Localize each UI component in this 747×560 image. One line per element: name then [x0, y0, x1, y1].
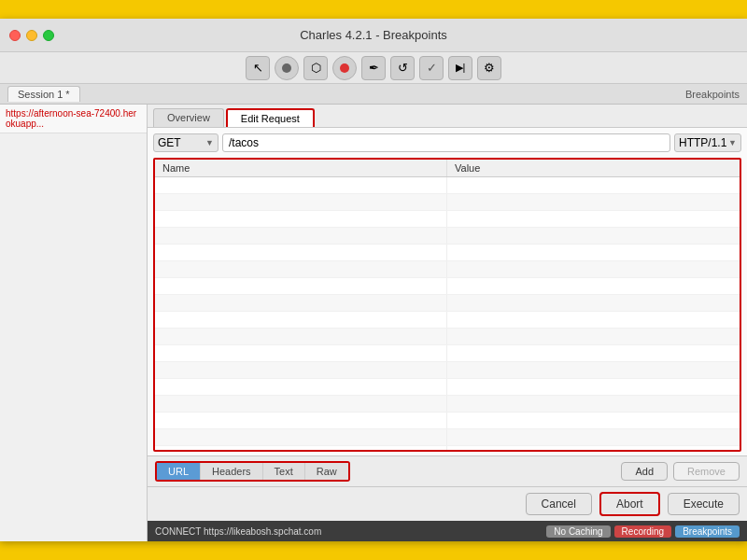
- close-button[interactable]: [9, 30, 21, 41]
- table-row[interactable]: [155, 429, 740, 446]
- view-tabs: URL Headers Text Raw: [155, 461, 350, 482]
- window-title: Charles 4.2.1 - Breakpoints: [300, 28, 447, 42]
- cancel-button[interactable]: Cancel: [526, 493, 592, 515]
- breakpoints-badge[interactable]: Breakpoints: [675, 525, 740, 538]
- table-row[interactable]: [155, 362, 740, 379]
- right-panel: Overview Edit Request GET ▼: [148, 105, 747, 541]
- bottom-toolbar: URL Headers Text Raw Add: [148, 455, 747, 486]
- maximize-button[interactable]: [43, 30, 54, 41]
- table-row[interactable]: [155, 329, 740, 345]
- table-row[interactable]: [155, 245, 740, 261]
- method-select[interactable]: GET ▼: [153, 133, 218, 152]
- status-bar: CONNECT https://likeabosh.spchat.com No …: [148, 521, 747, 541]
- method-arrow-icon: ▼: [205, 138, 214, 147]
- validate-button[interactable]: ✓: [419, 56, 444, 80]
- add-button[interactable]: Add: [621, 462, 668, 481]
- url-bar: GET ▼ HTTP/1.1 ▼: [153, 133, 741, 152]
- table-row[interactable]: [155, 211, 740, 228]
- compose-button[interactable]: ✒: [361, 56, 386, 80]
- execute-button[interactable]: Execute: [668, 493, 740, 515]
- action-buttons-row: Cancel Abort Execute: [148, 486, 747, 521]
- settings-button[interactable]: ⚙: [477, 56, 501, 80]
- url-input[interactable]: [222, 133, 670, 152]
- no-caching-badge[interactable]: No Caching: [546, 525, 610, 538]
- breakpoints-label: Breakpoints: [685, 89, 740, 100]
- headers-table: Name Value: [153, 158, 741, 452]
- tab-text[interactable]: Text: [263, 463, 305, 480]
- pointer-tool-button[interactable]: ↖: [246, 56, 270, 80]
- tab-overview[interactable]: Overview: [153, 108, 224, 127]
- snapshot-button[interactable]: ⬡: [303, 56, 328, 80]
- tab-url[interactable]: URL: [157, 463, 201, 480]
- table-row[interactable]: [155, 396, 740, 413]
- remove-button[interactable]: Remove: [673, 462, 740, 481]
- recording-badge[interactable]: Recording: [614, 525, 672, 538]
- forward-button[interactable]: ▶|: [448, 56, 472, 80]
- table-row[interactable]: [155, 278, 740, 295]
- headers-body: [155, 177, 740, 450]
- session-bar: Session 1 * Breakpoints: [0, 84, 747, 105]
- panel-tabs: Overview Edit Request: [148, 105, 747, 128]
- table-row[interactable]: [155, 177, 740, 194]
- status-text: CONNECT https://likeabosh.spchat.com: [155, 526, 321, 537]
- toolbar: ↖ ⬡ ✒ ↺ ✓ ▶| ⚙: [0, 52, 747, 84]
- tab-headers[interactable]: Headers: [201, 463, 263, 480]
- headers-header: Name Value: [155, 160, 740, 177]
- session-tab[interactable]: Session 1 *: [7, 86, 80, 102]
- status-badges: No Caching Recording Breakpoints: [546, 525, 740, 538]
- minimize-button[interactable]: [26, 30, 37, 41]
- table-row[interactable]: [155, 379, 740, 396]
- table-row[interactable]: [155, 228, 740, 245]
- table-row[interactable]: [155, 413, 740, 429]
- table-row[interactable]: [155, 261, 740, 278]
- protocol-select[interactable]: HTTP/1.1 ▼: [674, 133, 741, 152]
- table-row[interactable]: [155, 312, 740, 329]
- clear-button[interactable]: ↺: [390, 56, 415, 80]
- sidebar: https://afternoon-sea-72400.herokuapp...: [0, 105, 148, 541]
- table-row[interactable]: [155, 345, 740, 362]
- value-column-header: Value: [447, 160, 740, 176]
- tab-edit-request[interactable]: Edit Request: [226, 108, 315, 127]
- title-bar: Charles 4.2.1 - Breakpoints: [0, 19, 747, 52]
- abort-button[interactable]: Abort: [599, 492, 660, 516]
- table-row[interactable]: [155, 446, 740, 450]
- table-row[interactable]: [155, 295, 740, 312]
- tab-raw[interactable]: Raw: [305, 463, 348, 480]
- stop-button[interactable]: [332, 56, 357, 80]
- table-row[interactable]: [155, 194, 740, 211]
- record-button[interactable]: [275, 56, 299, 80]
- name-column-header: Name: [155, 160, 447, 176]
- sidebar-url[interactable]: https://afternoon-sea-72400.herokuapp...: [0, 105, 147, 133]
- request-edit-area: GET ▼ HTTP/1.1 ▼ Name Value: [148, 128, 747, 455]
- protocol-arrow-icon: ▼: [728, 138, 737, 147]
